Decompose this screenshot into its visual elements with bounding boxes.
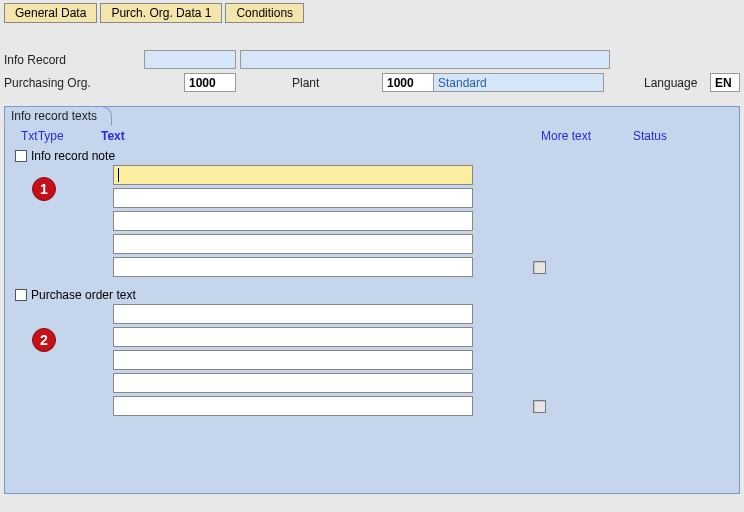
po-text-line-3[interactable]	[113, 350, 473, 370]
plant-field[interactable]: 1000	[382, 73, 434, 92]
purchase-order-text-checkbox[interactable]	[15, 289, 27, 301]
tab-purch-org-data[interactable]: Purch. Org. Data 1	[100, 3, 222, 23]
info-note-line-2[interactable]	[113, 188, 473, 208]
info-record-field[interactable]	[144, 50, 236, 69]
info-note-line-5[interactable]	[113, 257, 473, 277]
purch-org-field[interactable]: 1000	[184, 73, 236, 92]
info-record-texts-panel: Info record texts TxtType Text More text…	[4, 106, 740, 494]
tab-toolbar: General Data Purch. Org. Data 1 Conditio…	[0, 0, 744, 26]
tab-conditions[interactable]: Conditions	[225, 3, 304, 23]
section-purchase-order-text: Purchase order text	[15, 288, 729, 302]
marker-2-icon: 2	[32, 328, 56, 352]
col-text: Text	[101, 129, 541, 143]
col-status: Status	[633, 129, 667, 143]
info-note-line-4[interactable]	[113, 234, 473, 254]
section-info-record-note: Info record note	[15, 149, 729, 163]
info-record-note-checkbox[interactable]	[15, 150, 27, 162]
po-text-line-5[interactable]	[113, 396, 473, 416]
info-record-note-label: Info record note	[31, 149, 115, 163]
plant-desc: Standard	[434, 73, 604, 92]
info-record-label: Info Record	[4, 53, 144, 67]
panel-tab[interactable]: Info record texts	[4, 106, 112, 126]
language-field[interactable]: EN	[710, 73, 740, 92]
plant-label: Plant	[292, 76, 382, 90]
header-fields: Info Record Purchasing Org. 1000 Plant 1…	[0, 26, 744, 106]
info-note-line-1[interactable]	[113, 165, 473, 185]
tab-general-data[interactable]: General Data	[4, 3, 97, 23]
info-note-line-3[interactable]	[113, 211, 473, 231]
col-txttype: TxtType	[21, 129, 101, 143]
column-headers: TxtType Text More text Status	[15, 129, 729, 143]
marker-1-icon: 1	[32, 177, 56, 201]
col-moretext: More text	[541, 129, 633, 143]
info-record-desc[interactable]	[240, 50, 610, 69]
po-text-line-2[interactable]	[113, 327, 473, 347]
purchase-order-text-label: Purchase order text	[31, 288, 136, 302]
more-text-check-2[interactable]	[533, 400, 546, 413]
more-text-check-1[interactable]	[533, 261, 546, 274]
language-label: Language	[644, 76, 710, 90]
po-text-line-1[interactable]	[113, 304, 473, 324]
po-text-line-4[interactable]	[113, 373, 473, 393]
purch-org-label: Purchasing Org.	[4, 76, 144, 90]
